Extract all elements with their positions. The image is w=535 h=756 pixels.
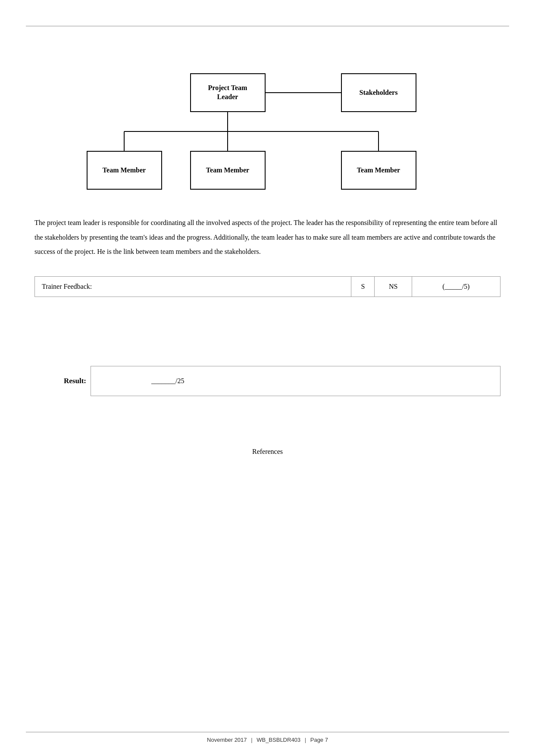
footer-code: WB_BSBLDR403 (257, 737, 300, 743)
leader-label: Project TeamLeader (208, 84, 247, 102)
stakeholders-box: Stakeholders (341, 73, 416, 112)
footer-date: November 2017 (207, 737, 247, 743)
org-chart: Project TeamLeader Stakeholders Team Mem… (74, 52, 462, 198)
feedback-label-cell: Trainer Feedback: (35, 276, 351, 297)
footer-sep2: | (305, 737, 306, 743)
result-box: _______/25 (91, 366, 501, 396)
references-section: References (0, 448, 535, 456)
footer-page: Page 7 (310, 737, 328, 743)
result-section: Result: _______/25 (34, 366, 501, 396)
feedback-ns-cell: NS (375, 276, 412, 297)
top-divider (26, 26, 509, 26)
page-footer: November 2017 | WB_BSBLDR403 | Page 7 (26, 732, 509, 743)
feedback-score-cell: (_____/5) (412, 276, 500, 297)
footer-sep1: | (251, 737, 252, 743)
team-member-center-box: Team Member (190, 151, 266, 190)
description-paragraph: The project team leader is responsible f… (34, 216, 501, 259)
leader-box: Project TeamLeader (190, 73, 266, 112)
references-heading: References (252, 448, 283, 455)
feedback-table: Trainer Feedback: S NS (_____/5) (34, 276, 501, 297)
feedback-s-cell: S (351, 276, 375, 297)
footer-divider (26, 732, 509, 732)
team-member-left-box: Team Member (87, 151, 162, 190)
team-member-left-label: Team Member (103, 166, 146, 175)
result-label: Result: (34, 366, 91, 396)
team-member-right-box: Team Member (341, 151, 416, 190)
footer-text: November 2017 | WB_BSBLDR403 | Page 7 (26, 737, 509, 743)
team-member-center-label: Team Member (206, 166, 249, 175)
description-text: The project team leader is responsible f… (34, 216, 501, 259)
team-member-right-label: Team Member (357, 166, 400, 175)
result-score: _______/25 (151, 377, 184, 385)
stakeholders-label: Stakeholders (360, 88, 398, 97)
